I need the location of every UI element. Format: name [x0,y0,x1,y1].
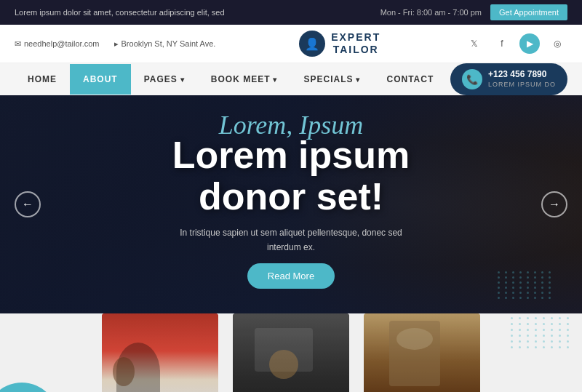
card-stitching: Stitching [102,313,218,392]
top-bar-right: Mon - Fri: 8:00 am - 7:00 pm Get Appoint… [380,4,567,20]
header-contact-info: ✉ needhelp@tailor.com ▸ Brooklyn St, NY … [15,39,215,49]
navigation: HOME ABOUT PAGES ▾ BOOK MEET ▾ SPECIALS … [0,63,582,95]
email-info: ✉ needhelp@tailor.com [15,39,100,49]
book-arrow: ▾ [273,76,277,84]
hero-content: Lorem, Ipsum Lorem ipsum donor set! In t… [124,110,458,289]
pages-arrow: ▾ [180,76,185,84]
phone-icon: 📞 [462,69,482,89]
get-appointment-button[interactable]: Get Appointment [490,4,567,20]
nav-book-meet[interactable]: BOOK MEET ▾ [198,64,291,95]
service-cards: Stitching Alteration Styling [0,313,582,392]
hero-section: Lorem, Ipsum Lorem ipsum donor set! In t… [0,95,582,313]
header: ✉ needhelp@tailor.com ▸ Brooklyn St, NY … [0,25,582,63]
nav-pages[interactable]: PAGES ▾ [131,64,198,95]
social-links: 𝕏 f ▶ ◎ [464,33,567,54]
facebook-icon[interactable]: f [492,33,512,54]
hero-next-button[interactable]: → [541,191,567,217]
business-hours: Mon - Fri: 8:00 am - 7:00 pm [380,8,482,17]
location-icon: ▸ [114,39,119,49]
stitching-image [102,313,218,392]
twitter-icon[interactable]: 𝕏 [464,33,485,54]
phone-badge: 📞 +123 456 7890 Lorem Ipsum do [450,63,567,95]
specials-arrow: ▾ [356,76,360,84]
hero-script-text: Lorem, Ipsum [124,110,458,140]
location-info: ▸ Brooklyn St, NY Saint Ave. [114,39,216,49]
email-icon: ✉ [15,39,21,49]
location-address: Brooklyn St, NY Saint Ave. [121,39,216,48]
nav-about[interactable]: ABOUT [70,64,131,95]
hero-title: Lorem ipsum donor set! [124,135,458,217]
alteration-image [233,313,349,392]
hero-description: In tristique sapien ut sem aliquet pelle… [175,226,407,254]
read-more-button[interactable]: Read More [247,263,335,289]
styling-image [364,313,480,392]
hero-dot-decoration: (function(){ var g = document.currentScr… [498,271,553,299]
youtube-icon[interactable]: ▶ [519,33,540,54]
nav-specials[interactable]: SPECIALS ▾ [290,64,373,95]
phone-info: +123 456 7890 Lorem Ipsum do [488,69,556,89]
nav-contact[interactable]: CONTACT [373,64,447,95]
top-bar: Lorem ipsum dolor sit amet, consectetur … [0,0,582,25]
logo-tailor: TAILOR [331,44,380,56]
logo-expert: EXPERT [331,31,380,44]
phone-subtitle: Lorem Ipsum do [488,81,556,89]
logo-icon: 👤 [299,31,325,57]
instagram-icon[interactable]: ◎ [547,33,567,54]
card-alteration: Alteration [233,313,349,392]
hero-prev-button[interactable]: ← [15,191,41,217]
email-address: needhelp@tailor.com [24,39,100,48]
nav-home[interactable]: HOME [15,64,70,95]
logo-text: EXPERT TAILOR [331,31,380,56]
logo: 👤 EXPERT TAILOR [299,31,380,57]
services-section: (function(){ var g = document.currentScr… [0,313,582,392]
phone-number: +123 456 7890 [488,69,556,81]
top-bar-notice: Lorem ipsum dolor sit amet, consectetur … [15,8,225,17]
card-styling: Styling [364,313,480,392]
